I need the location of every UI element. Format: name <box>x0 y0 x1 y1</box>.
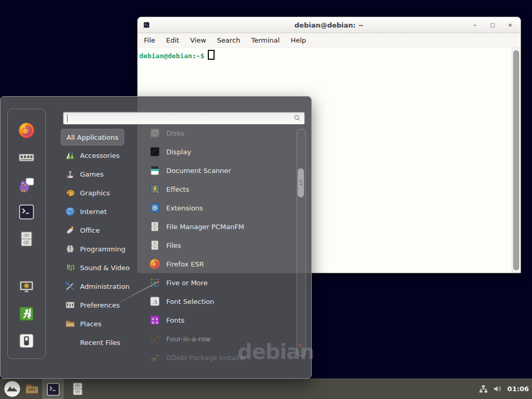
distro-menu-icon <box>4 380 21 397</box>
effects-icon <box>149 183 161 195</box>
app-list-scrollbar[interactable] <box>297 129 306 356</box>
app-label: Font Selection <box>166 298 214 305</box>
terminal-scrollbar-thumb[interactable] <box>513 50 519 270</box>
taskbar-launcher-file-manager[interactable] <box>22 379 42 398</box>
logout-icon <box>18 305 35 322</box>
terminal-scrollbar[interactable] <box>512 48 521 273</box>
app-font-selection[interactable]: AFont Selection <box>149 294 295 309</box>
category-label: Games <box>80 170 103 178</box>
menu-search[interactable]: Search <box>217 36 241 44</box>
terminal-titlebar[interactable]: debian@debian: ~ –□✕ <box>138 17 521 33</box>
app-label: Firefox ESR <box>166 260 204 268</box>
app-file-manager-pcmanfm[interactable]: File Manager PCManFM <box>149 219 295 234</box>
app-label: Fonts <box>166 316 184 324</box>
category-sound-video[interactable]: Sound & Video <box>61 260 134 275</box>
category-recent-files[interactable]: Recent Files <box>61 335 125 350</box>
four-in-a-row-icon <box>149 333 161 344</box>
category-label: Administration <box>80 283 129 290</box>
favorite-pidgin[interactable] <box>16 175 37 195</box>
volume-icon[interactable] <box>493 384 502 394</box>
category-label: Accessories <box>80 152 119 159</box>
app-label: Display <box>166 148 191 156</box>
category-preferences[interactable]: Preferences <box>61 297 124 313</box>
taskbar-launcher-terminal[interactable] <box>43 379 63 399</box>
application-menu: ? All ApplicationsAccessoriesGamesGraphi… <box>0 96 312 379</box>
menu-help[interactable]: Help <box>290 36 306 44</box>
keyboard-icon <box>18 149 35 166</box>
taskbar: 01:06 <box>0 378 532 399</box>
games-icon <box>65 169 75 179</box>
app-label: Four-in-a-row <box>166 335 210 343</box>
favorite-terminal[interactable] <box>16 202 37 222</box>
taskbar-clock[interactable]: 01:06 <box>507 385 529 393</box>
app-extensions[interactable]: Extensions <box>149 200 295 216</box>
text-caret <box>67 114 68 122</box>
office-icon <box>65 225 75 235</box>
category-all-applications[interactable]: All Applications <box>61 129 124 145</box>
category-programming[interactable]: Programming <box>61 241 130 257</box>
terminal-cursor <box>208 50 215 60</box>
favorite-firefox[interactable] <box>16 120 37 141</box>
category-label: Office <box>80 227 100 234</box>
search-box[interactable] <box>63 112 305 125</box>
internet-icon <box>65 206 75 217</box>
category-label: Places <box>80 320 101 328</box>
terminal-prompt: debian@debian:~$ <box>139 50 215 60</box>
search-icon <box>293 114 301 122</box>
taskbar-launcher-menu[interactable] <box>2 379 22 398</box>
menu-terminal[interactable]: Terminal <box>251 36 280 44</box>
app-fonts[interactable]: aaaaFonts <box>149 312 295 328</box>
lock-screen-button[interactable]: ? <box>16 276 37 297</box>
app-disks[interactable]: Disks <box>149 125 295 141</box>
app-label: Files <box>166 242 181 249</box>
category-office[interactable]: Office <box>61 222 104 238</box>
favorite-keyboard[interactable] <box>16 147 37 168</box>
app-files[interactable]: Files <box>149 237 295 253</box>
category-graphics[interactable]: Graphics <box>61 185 114 201</box>
menu-edit[interactable]: Edit <box>166 36 179 44</box>
app-document-scanner[interactable]: Document Scanner <box>149 163 295 178</box>
category-games[interactable]: Games <box>61 166 108 182</box>
app-label: Five or More <box>166 279 208 287</box>
programming-icon <box>65 244 75 254</box>
category-places[interactable]: Places <box>61 316 105 331</box>
menu-view[interactable]: View <box>190 36 206 44</box>
minimize-button[interactable]: – <box>472 22 478 28</box>
firefox-icon <box>18 122 35 139</box>
app-label: Effects <box>166 185 189 193</box>
app-gdebi-package-installer[interactable]: GDebi Package Installer <box>149 350 295 365</box>
shutdown-icon <box>18 332 35 349</box>
category-administration[interactable]: Administration <box>61 278 134 294</box>
category-accessories[interactable]: Accessories <box>61 148 124 163</box>
sound-video-icon <box>65 262 75 273</box>
app-label: Disks <box>166 129 184 137</box>
maximize-button[interactable]: □ <box>489 22 496 28</box>
category-label: Sound & Video <box>80 264 130 272</box>
svg-text:a: a <box>155 320 158 325</box>
desktop: debian@debian: ~ –□✕ FileEditViewSearchT… <box>0 0 532 399</box>
pidgin-icon <box>18 176 35 194</box>
terminal-window-icon <box>143 21 150 29</box>
terminal-window-title: debian@debian: ~ <box>138 21 521 29</box>
app-five-or-more[interactable]: Five or More <box>149 275 295 290</box>
app-label: File Manager PCManFM <box>166 223 244 231</box>
document-scanner-icon <box>149 165 161 176</box>
app-display[interactable]: Display <box>149 144 295 159</box>
app-four-in-a-row[interactable]: Four-in-a-row <box>149 331 295 347</box>
app-effects[interactable]: Effects <box>149 181 295 197</box>
logout-button[interactable] <box>16 303 37 324</box>
file-cabinet-icon <box>149 221 161 232</box>
window-controls: –□✕ <box>472 22 513 28</box>
app-firefox-esr[interactable]: Firefox ESR <box>149 256 295 272</box>
taskbar-launcher-files[interactable] <box>68 379 87 398</box>
favorite-file-cabinet[interactable] <box>16 229 37 249</box>
shutdown-button[interactable] <box>16 330 37 351</box>
menu-file[interactable]: File <box>144 36 155 44</box>
svg-text:?: ? <box>25 284 28 288</box>
app-list-scrollbar-thumb[interactable] <box>298 168 304 197</box>
category-internet[interactable]: Internet <box>61 204 111 219</box>
network-icon[interactable] <box>478 384 488 394</box>
close-button[interactable]: ✕ <box>507 22 513 28</box>
search-input[interactable] <box>67 113 289 122</box>
gdebi-icon <box>149 352 161 363</box>
